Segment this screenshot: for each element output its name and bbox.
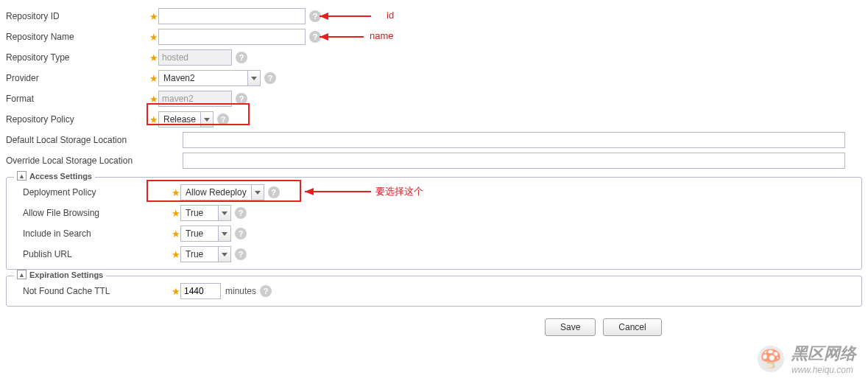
row-repository-policy: Repository Policy ★ Release ? <box>0 109 868 130</box>
chevron-down-icon[interactable] <box>218 247 230 262</box>
not-found-ttl-input[interactable] <box>180 283 221 299</box>
label-repository-name: Repository Name <box>6 32 149 42</box>
button-bar: Save Cancel <box>0 310 868 336</box>
required-star-icon: ★ <box>149 114 158 125</box>
row-repository-id: Repository ID ★ ? <box>0 6 868 27</box>
help-icon[interactable]: ? <box>260 285 272 297</box>
label-include-in-search: Include in Search <box>17 228 172 239</box>
help-icon[interactable]: ? <box>236 52 247 63</box>
watermark-url: www.heiqu.com <box>791 365 856 375</box>
expiration-settings-legend-text: Expiration Settings <box>29 270 103 279</box>
row-include-in-search: Include in Search ★ True ? <box>11 223 857 244</box>
expiration-settings-fieldset: ▲ Expiration Settings Not Found Cache TT… <box>6 276 862 307</box>
help-icon[interactable]: ? <box>264 72 276 84</box>
include-in-search-value: True <box>181 227 218 240</box>
repository-policy-value: Release <box>159 113 200 126</box>
help-icon[interactable]: ? <box>235 207 247 219</box>
repository-name-input[interactable] <box>158 29 306 45</box>
row-not-found-ttl: Not Found Cache TTL ★ minutes ? <box>11 281 857 301</box>
config-form-panel: Repository ID ★ ? Repository Name ★ ? Re… <box>0 0 868 342</box>
row-override-storage: Override Local Storage Location <box>0 150 868 171</box>
row-repository-type: Repository Type ★ ? <box>0 47 868 68</box>
label-not-found-ttl: Not Found Cache TTL <box>17 286 172 296</box>
format-input <box>158 91 232 107</box>
chevron-down-icon[interactable] <box>218 226 230 241</box>
label-deployment-policy: Deployment Policy <box>17 187 172 198</box>
chevron-down-icon[interactable] <box>251 185 264 200</box>
label-allow-file-browsing: Allow File Browsing <box>17 208 172 218</box>
save-button[interactable]: Save <box>545 318 596 336</box>
allow-file-browsing-value: True <box>181 206 218 220</box>
required-star-icon: ★ <box>172 286 180 297</box>
allow-file-browsing-select[interactable]: True <box>180 205 231 221</box>
help-icon[interactable]: ? <box>268 186 280 198</box>
required-star-icon: ★ <box>172 249 180 260</box>
default-storage-input[interactable] <box>183 132 845 148</box>
deployment-policy-value: Allow Redeploy <box>181 186 251 199</box>
required-star-icon: ★ <box>149 94 158 105</box>
include-in-search-select[interactable]: True <box>180 226 231 242</box>
publish-url-select[interactable]: True <box>180 246 231 262</box>
help-icon[interactable]: ? <box>309 31 321 43</box>
repository-type-input <box>158 49 232 66</box>
collapse-toggle-icon[interactable]: ▲ <box>17 270 27 279</box>
publish-url-value: True <box>181 248 218 261</box>
row-repository-name: Repository Name ★ ? <box>0 27 868 47</box>
cancel-button[interactable]: Cancel <box>603 318 661 336</box>
label-default-storage: Default Local Storage Location <box>6 135 183 145</box>
label-repository-type: Repository Type <box>6 52 149 63</box>
row-default-storage: Default Local Storage Location <box>0 130 868 150</box>
label-format: Format <box>6 94 149 104</box>
row-publish-url: Publish URL ★ True ? <box>11 244 857 265</box>
expiration-settings-legend: ▲ Expiration Settings <box>14 270 106 279</box>
collapse-toggle-icon[interactable]: ▲ <box>17 171 27 181</box>
required-star-icon: ★ <box>149 73 158 84</box>
required-star-icon: ★ <box>172 208 180 219</box>
label-override-storage: Override Local Storage Location <box>6 155 183 166</box>
deployment-policy-select[interactable]: Allow Redeploy <box>180 184 264 200</box>
provider-select-value: Maven2 <box>159 71 247 85</box>
row-format: Format ★ ? <box>0 88 868 109</box>
watermark-text: 黑区网络 www.heiqu.com <box>791 343 856 375</box>
row-provider: Provider ★ Maven2 ? <box>0 68 868 88</box>
row-deployment-policy: Deployment Policy ★ Allow Redeploy ? <box>11 182 857 203</box>
ttl-suffix: minutes <box>225 286 256 296</box>
repository-policy-select[interactable]: Release <box>158 111 214 127</box>
chevron-down-icon[interactable] <box>200 112 213 127</box>
help-icon[interactable]: ? <box>235 228 247 240</box>
access-settings-legend-text: Access Settings <box>29 172 92 181</box>
override-storage-input[interactable] <box>183 153 845 169</box>
watermark-cn: 黑区网络 <box>791 343 856 365</box>
required-star-icon: ★ <box>149 32 158 43</box>
provider-select[interactable]: Maven2 <box>158 70 261 86</box>
help-icon[interactable]: ? <box>236 93 247 105</box>
required-star-icon: ★ <box>149 11 158 22</box>
chevron-down-icon[interactable] <box>247 71 260 85</box>
row-allow-file-browsing: Allow File Browsing ★ True ? <box>11 203 857 223</box>
label-provider: Provider <box>6 73 149 83</box>
help-icon[interactable]: ? <box>217 113 229 125</box>
label-publish-url: Publish URL <box>17 249 172 259</box>
watermark: 🍄 黑区网络 www.heiqu.com <box>758 343 856 375</box>
help-icon[interactable]: ? <box>235 248 247 260</box>
label-repository-id: Repository ID <box>6 11 149 21</box>
label-repository-policy: Repository Policy <box>6 114 149 125</box>
mushroom-icon: 🍄 <box>758 346 784 372</box>
required-star-icon: ★ <box>172 187 180 198</box>
required-star-icon: ★ <box>172 228 180 240</box>
required-star-icon: ★ <box>149 52 158 63</box>
access-settings-fieldset: ▲ Access Settings Deployment Policy ★ Al… <box>6 177 862 270</box>
help-icon[interactable]: ? <box>309 10 321 22</box>
repository-id-input[interactable] <box>158 8 306 24</box>
chevron-down-icon[interactable] <box>218 206 230 220</box>
access-settings-legend: ▲ Access Settings <box>14 171 95 181</box>
